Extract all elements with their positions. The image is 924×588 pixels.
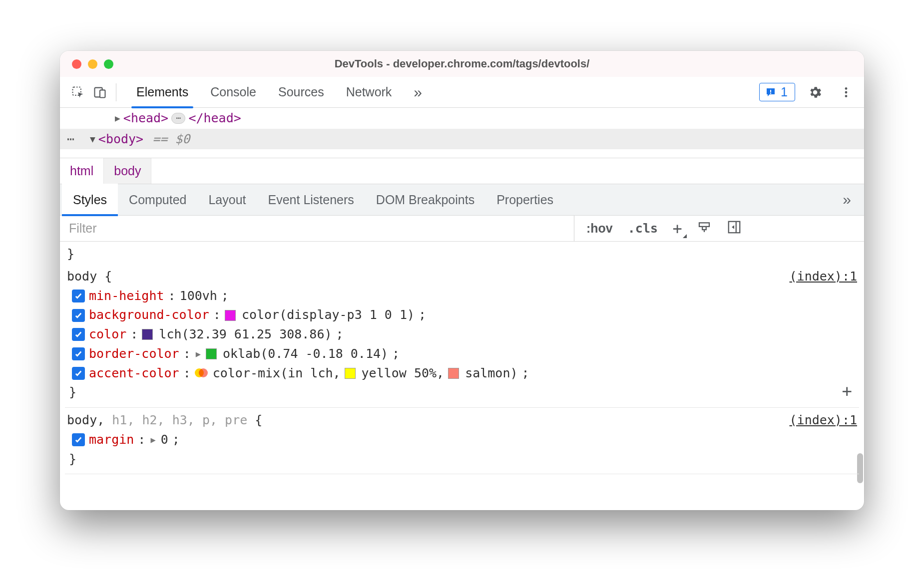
expand-triangle-icon[interactable]: ▶ <box>115 111 120 125</box>
color-swatch[interactable] <box>142 329 153 340</box>
tab-network[interactable]: Network <box>335 77 403 108</box>
styles-filter-input[interactable] <box>65 216 574 241</box>
prev-rule-closing-brace: } <box>65 245 859 264</box>
css-property-name[interactable]: min-height <box>89 287 164 306</box>
selected-row-actions-icon[interactable]: ⋯ <box>67 132 75 146</box>
css-property-value[interactable]: color(display-p3 1 0 1) <box>242 305 415 325</box>
shorthand-expand-icon[interactable]: ▶ <box>195 347 202 360</box>
css-declaration-toggle[interactable] <box>72 433 85 446</box>
window-maximize-button[interactable] <box>104 59 113 69</box>
dom-tag-close: </head> <box>188 109 241 128</box>
dom-tree[interactable]: ⋯ ▶ <head> ⋯ </head> ▼ <body> == $0 <box>60 108 864 158</box>
css-declaration[interactable]: min-height:100vh; <box>67 287 857 306</box>
css-property-value[interactable]: 0 <box>161 430 168 450</box>
color-swatch[interactable] <box>345 368 356 379</box>
tab-sources[interactable]: Sources <box>267 77 335 108</box>
breadcrumb: html body <box>60 158 864 184</box>
window-close-button[interactable] <box>72 59 81 69</box>
tab-overflow[interactable]: » <box>403 77 433 108</box>
toggle-hov-button[interactable]: :hov <box>583 221 616 236</box>
tab-console[interactable]: Console <box>199 77 267 108</box>
css-property-name[interactable]: margin <box>89 430 134 450</box>
issues-icon <box>765 86 777 98</box>
window-title: DevTools - developer.chrome.com/tags/dev… <box>60 57 864 70</box>
css-declaration[interactable]: accent-color:color-mix(in lch, yellow 50… <box>67 364 857 383</box>
css-property-value[interactable]: 100vh <box>180 287 217 306</box>
color-mix-swatch[interactable] <box>195 367 207 379</box>
subtab-overflow[interactable]: » <box>832 184 862 216</box>
css-declaration[interactable]: background-color:color(display-p3 1 0 1)… <box>67 305 857 325</box>
css-property-name[interactable]: color <box>89 325 126 344</box>
window-titlebar: DevTools - developer.chrome.com/tags/dev… <box>60 51 864 77</box>
css-rule-block[interactable]: body {(index):1min-height:100vh;backgrou… <box>65 264 859 408</box>
color-swatch[interactable] <box>448 368 459 379</box>
css-property-name[interactable]: accent-color <box>89 364 179 383</box>
device-toolbar-icon[interactable] <box>89 81 111 103</box>
toolbar-right-controls: 1 <box>759 81 857 103</box>
css-property-value[interactable]: oklab(0.74 -0.18 0.14) <box>223 344 388 364</box>
css-property-value[interactable]: color-mix(in lch, <box>213 364 341 383</box>
breadcrumb-item-body[interactable]: body <box>104 158 151 184</box>
breadcrumb-item-html[interactable]: html <box>60 158 104 184</box>
subtab-layout[interactable]: Layout <box>197 184 257 216</box>
devtools-window: DevTools - developer.chrome.com/tags/dev… <box>60 51 864 510</box>
css-declaration[interactable]: border-color:▶oklab(0.74 -0.18 0.14); <box>67 344 857 364</box>
subtab-event-listeners[interactable]: Event Listeners <box>257 184 365 216</box>
css-rule-closing-brace: } <box>67 450 857 469</box>
css-property-value[interactable]: yellow 50%, <box>362 364 445 383</box>
svg-rect-3 <box>770 90 771 92</box>
paint-brush-icon[interactable] <box>694 220 715 238</box>
css-property-name[interactable]: border-color <box>89 344 179 364</box>
css-declaration[interactable]: color:lch(32.39 61.25 308.86); <box>67 325 857 344</box>
toolbar-separator <box>116 83 116 101</box>
issues-button[interactable]: 1 <box>759 83 795 101</box>
dom-node-head[interactable]: ▶ <head> ⋯ </head> <box>60 108 864 129</box>
dom-tag-open: <body> <box>98 130 143 149</box>
console-reference: == $0 <box>152 130 190 149</box>
inspect-element-icon[interactable] <box>67 81 89 103</box>
css-rule-closing-brace: } <box>67 383 857 402</box>
css-rule-block[interactable]: body, h1, h2, h3, p, pre {(index):1margi… <box>65 408 859 474</box>
styles-pane[interactable]: } body {(index):1min-height:100vh;backgr… <box>60 242 864 479</box>
subtab-computed[interactable]: Computed <box>118 184 197 216</box>
css-declaration-toggle[interactable] <box>72 309 85 322</box>
settings-gear-icon[interactable] <box>804 81 826 103</box>
new-style-rule-button[interactable]: + <box>670 221 685 236</box>
css-declaration[interactable]: margin:▶0; <box>67 430 857 450</box>
more-menu-icon[interactable] <box>835 81 857 103</box>
insert-style-rule-button[interactable]: + <box>842 378 852 404</box>
css-property-name[interactable]: background-color <box>89 305 209 325</box>
subtab-styles[interactable]: Styles <box>62 184 118 216</box>
svg-point-5 <box>845 87 848 90</box>
styles-filter-row: :hov .cls + <box>60 216 864 242</box>
css-source-link[interactable]: (index):1 <box>790 267 857 287</box>
dom-node-body[interactable]: ▼ <body> == $0 <box>60 129 864 150</box>
main-tabs: Elements Console Sources Network » <box>125 77 433 108</box>
css-declaration-toggle[interactable] <box>72 367 85 380</box>
main-toolbar: Elements Console Sources Network » 1 <box>60 77 864 108</box>
window-traffic-lights <box>72 59 113 69</box>
computed-panel-toggle-icon[interactable] <box>724 220 745 238</box>
css-declaration-toggle[interactable] <box>72 328 85 341</box>
css-declaration-toggle[interactable] <box>72 347 85 360</box>
css-selector[interactable]: body, h1, h2, h3, p, pre { <box>67 411 262 430</box>
css-declaration-toggle[interactable] <box>72 290 85 302</box>
subtab-properties[interactable]: Properties <box>485 184 564 216</box>
window-minimize-button[interactable] <box>88 59 97 69</box>
dom-tag-open: <head> <box>123 109 168 128</box>
color-swatch[interactable] <box>225 310 236 321</box>
svg-rect-4 <box>770 93 771 94</box>
css-source-link[interactable]: (index):1 <box>790 411 857 430</box>
css-property-value[interactable]: salmon) <box>465 364 517 383</box>
tab-elements[interactable]: Elements <box>125 77 199 108</box>
svg-point-7 <box>845 95 848 97</box>
styles-subtabs: Styles Computed Layout Event Listeners D… <box>60 184 864 216</box>
collapsed-content-icon[interactable]: ⋯ <box>171 113 185 124</box>
shorthand-expand-icon[interactable]: ▶ <box>149 433 156 446</box>
color-swatch[interactable] <box>206 348 217 359</box>
css-selector[interactable]: body { <box>67 267 112 287</box>
subtab-dom-breakpoints[interactable]: DOM Breakpoints <box>365 184 485 216</box>
toggle-cls-button[interactable]: .cls <box>625 221 661 236</box>
collapse-triangle-icon[interactable]: ▼ <box>90 132 95 146</box>
css-property-value[interactable]: lch(32.39 61.25 308.86) <box>159 325 332 344</box>
